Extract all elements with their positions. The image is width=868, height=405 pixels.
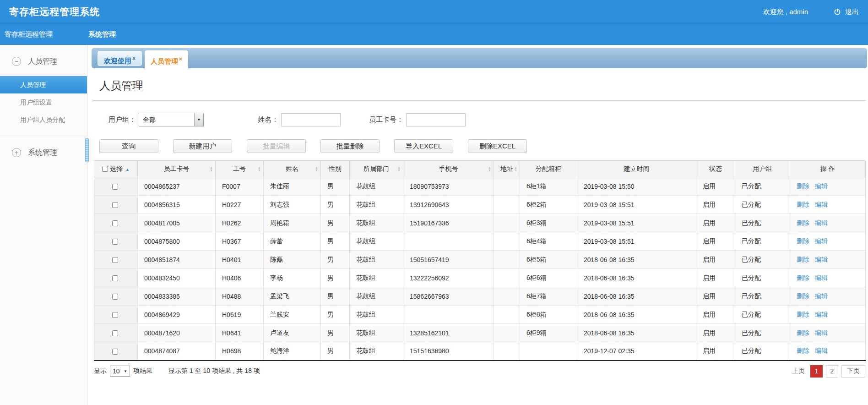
tab-welcome-label: 欢迎使用 — [104, 57, 131, 65]
edit-link[interactable]: 编辑 — [815, 311, 828, 318]
delete-link[interactable]: 删除 — [797, 237, 809, 245]
edit-link[interactable]: 编辑 — [815, 201, 828, 208]
cell-addr — [494, 214, 520, 232]
delete-link[interactable]: 删除 — [797, 219, 809, 226]
page-button-2[interactable]: 2 — [826, 365, 838, 378]
logout-button[interactable]: 退出 — [834, 8, 859, 16]
cell-card: 0004869429 — [138, 306, 216, 324]
column-header-phone[interactable]: 手机号▲▼ — [403, 161, 494, 177]
page-button-1[interactable]: 1 — [810, 365, 823, 378]
column-header-card[interactable]: 员工卡号▲▼ — [138, 161, 216, 177]
name-input[interactable] — [281, 113, 341, 126]
edit-link[interactable]: 编辑 — [815, 329, 828, 336]
delete-link[interactable]: 删除 — [797, 329, 809, 336]
column-header-select[interactable]: 选择▲ — [94, 161, 138, 177]
edit-link[interactable]: 编辑 — [815, 182, 828, 190]
page-size-select[interactable]: 10 ▼ — [110, 366, 130, 377]
row-checkbox[interactable] — [112, 330, 118, 336]
delete-excel-button[interactable]: 删除EXCEL — [468, 139, 527, 153]
delete-link[interactable]: 删除 — [797, 201, 809, 208]
row-checkbox[interactable] — [112, 184, 118, 190]
dropdown-arrow-icon[interactable]: ▼ — [194, 113, 203, 126]
delete-link[interactable]: 删除 — [797, 292, 809, 300]
cell-name: 刘志强 — [264, 196, 321, 214]
cell-status: 启用 — [696, 196, 735, 214]
delete-link[interactable]: 删除 — [797, 256, 809, 263]
row-checkbox[interactable] — [112, 202, 118, 208]
next-page-button[interactable]: 下页 — [841, 365, 865, 378]
sidebar-item-user-group-assignment[interactable]: 用户组人员分配 — [0, 111, 87, 128]
row-checkbox[interactable] — [112, 257, 118, 263]
cell-emp: H0367 — [216, 232, 264, 251]
select-all-checkbox[interactable] — [102, 166, 108, 172]
query-button[interactable]: 查询 — [99, 139, 158, 153]
nav-item-system-management[interactable]: 系统管理 — [88, 30, 116, 39]
column-label: 操 作 — [820, 165, 835, 172]
delete-link[interactable]: 删除 — [797, 347, 809, 354]
row-checkbox[interactable] — [112, 275, 118, 281]
sidebar-item-personnel-management[interactable]: 人员管理 — [0, 76, 87, 93]
row-checkbox[interactable] — [112, 349, 118, 355]
user-group-select[interactable]: 全部 ▼ — [139, 113, 204, 126]
cell-addr — [494, 342, 520, 361]
cell-name: 薛蕾 — [264, 232, 321, 251]
cell-created: 2019-03-08 15:51 — [577, 232, 696, 251]
column-header-name[interactable]: 姓名▲▼ — [264, 161, 321, 177]
sidebar-group-system[interactable]: + 系统管理 — [0, 142, 87, 163]
cell-dept: 花鼓组 — [350, 177, 403, 196]
import-excel-button[interactable]: 导入EXCEL — [394, 139, 453, 153]
circle-minus-icon: − — [12, 57, 21, 66]
delete-link[interactable]: 删除 — [797, 274, 809, 281]
card-number-input[interactable] — [406, 113, 466, 126]
edit-link[interactable]: 编辑 — [815, 237, 828, 245]
close-icon[interactable]: × — [132, 55, 136, 62]
column-label: 建立时间 — [624, 165, 650, 172]
table-row: 0004817005H0262周艳霜男花鼓组151901673366柜3箱201… — [94, 214, 866, 232]
batch-edit-button[interactable]: 批量编辑 — [247, 139, 306, 153]
sidebar-collapse-handle[interactable] — [85, 138, 89, 162]
tab-welcome[interactable]: 欢迎使用× — [98, 51, 142, 66]
cell-emp: H0619 — [216, 306, 264, 324]
sidebar-item-user-group-settings[interactable]: 用户组设置 — [0, 93, 87, 111]
row-checkbox[interactable] — [112, 294, 118, 300]
batch-delete-button[interactable]: 批量删除 — [320, 139, 380, 153]
cell-phone — [403, 306, 494, 324]
nav-item-locker-remote-management[interactable]: 寄存柜远程管理 — [5, 30, 53, 39]
cell-actions: 删除编辑 — [790, 251, 866, 269]
column-header-dept[interactable]: 所属部门▲▼ — [350, 161, 403, 177]
cell-group: 已分配 — [735, 251, 790, 269]
sidebar-group-personnel[interactable]: − 人员管理 — [0, 51, 87, 71]
column-header-addr[interactable]: 地址▲▼ — [494, 161, 520, 177]
edit-link[interactable]: 编辑 — [815, 292, 828, 300]
row-checkbox[interactable] — [112, 312, 118, 318]
tab-personnel-management[interactable]: 人员管理× — [145, 50, 188, 68]
edit-link[interactable]: 编辑 — [815, 256, 828, 263]
delete-link[interactable]: 删除 — [797, 311, 809, 318]
table-row: 0004871620H0641卢道友男花鼓组132851621016柜9箱201… — [94, 324, 866, 342]
row-checkbox[interactable] — [112, 220, 118, 226]
cell-addr — [494, 177, 520, 196]
cell-name: 周艳霜 — [264, 214, 321, 232]
column-label: 选择 — [110, 165, 123, 172]
cell-actions: 删除编辑 — [790, 177, 866, 196]
cell-locker: 6柜1箱 — [520, 177, 577, 196]
cell-group: 已分配 — [735, 232, 790, 251]
table-row: 0004865237F0007朱佳丽男花鼓组180907539736柜1箱201… — [94, 177, 866, 196]
column-header-created: 建立时间 — [577, 161, 696, 177]
edit-link[interactable]: 编辑 — [815, 274, 828, 281]
close-icon[interactable]: × — [179, 56, 182, 62]
new-user-button[interactable]: 新建用户 — [173, 139, 232, 153]
column-header-emp[interactable]: 工号▲▼ — [216, 161, 264, 177]
cell-actions: 删除编辑 — [790, 306, 866, 324]
row-checkbox[interactable] — [112, 239, 118, 245]
edit-link[interactable]: 编辑 — [815, 347, 828, 354]
cell-created: 2019-03-08 15:51 — [577, 214, 696, 232]
cell-group: 已分配 — [735, 342, 790, 361]
cell-locker: 6柜6箱 — [520, 269, 577, 287]
card-number-label: 员工卡号： — [369, 115, 403, 124]
prev-page-button[interactable]: 上页 — [790, 367, 807, 375]
edit-link[interactable]: 编辑 — [815, 219, 828, 226]
delete-link[interactable]: 删除 — [797, 182, 809, 190]
cell-actions: 删除编辑 — [790, 214, 866, 232]
cell-card: 0004833385 — [138, 287, 216, 306]
